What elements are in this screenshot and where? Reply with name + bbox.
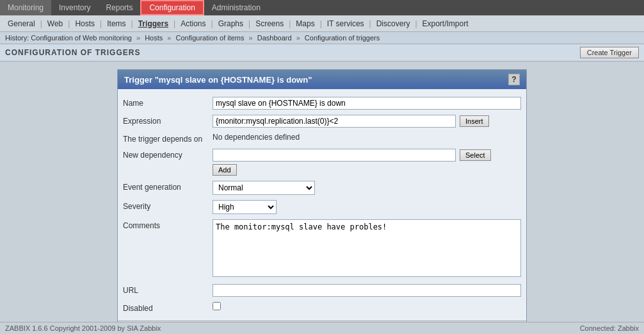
- name-label: Name: [123, 97, 213, 108]
- comments-textarea[interactable]: The monitor:mysql slave have probles!: [213, 219, 521, 277]
- new-dependency-row: New dependency Select Add: [118, 146, 526, 178]
- nav-triggers[interactable]: Triggers: [133, 19, 173, 28]
- second-navigation: General | Web | Hosts | Items | Triggers…: [0, 15, 644, 32]
- nav-exportimport[interactable]: Export/Import: [417, 19, 474, 28]
- url-row: URL: [118, 281, 526, 299]
- nav-itservices[interactable]: IT services: [322, 19, 369, 28]
- page-header: CONFIGURATION OF TRIGGERS Create Trigger: [0, 44, 644, 62]
- severity-row: Severity Not classified Information Warn…: [118, 197, 526, 217]
- breadcrumb-part5: Configuration of triggers: [305, 34, 380, 42]
- nav-web[interactable]: Web: [42, 19, 68, 28]
- expression-field: Insert: [213, 115, 521, 128]
- depends-on-value: No dependencies defined: [213, 131, 300, 142]
- new-dependency-input[interactable]: [213, 149, 456, 162]
- nav-hosts[interactable]: Hosts: [70, 19, 100, 28]
- new-dependency-label: New dependency: [123, 149, 213, 160]
- new-dependency-field: Select Add: [213, 149, 521, 176]
- nav-general[interactable]: General: [3, 19, 40, 28]
- expression-row: Expression Insert: [118, 112, 526, 130]
- nav-administration[interactable]: Administration: [204, 0, 268, 15]
- name-row: Name: [118, 94, 526, 112]
- depends-on-field: No dependencies defined: [213, 133, 521, 142]
- url-input[interactable]: [213, 284, 521, 297]
- form-header: Trigger "mysql slave on {HOSTNAME} is do…: [118, 70, 526, 89]
- page-title: CONFIGURATION OF TRIGGERS: [5, 48, 140, 57]
- nav-actions[interactable]: Actions: [175, 19, 211, 28]
- main-content: Trigger "mysql slave on {HOSTNAME} is do…: [0, 62, 644, 334]
- trigger-form: Trigger "mysql slave on {HOSTNAME} is do…: [117, 69, 527, 334]
- insert-button[interactable]: Insert: [460, 115, 489, 127]
- breadcrumb-label: History:: [5, 34, 29, 42]
- comments-row: Comments The monitor:mysql slave have pr…: [118, 217, 526, 281]
- nav-inventory[interactable]: Inventory: [51, 0, 98, 15]
- bottom-bar: ZABBIX 1.6.6 Copyright 2001-2009 by SIA …: [0, 322, 644, 334]
- breadcrumb-part4[interactable]: Dashboard: [257, 34, 292, 42]
- nav-reports[interactable]: Reports: [98, 0, 140, 15]
- expression-label: Expression: [123, 115, 213, 126]
- severity-label: Severity: [123, 200, 213, 211]
- url-field: [213, 284, 521, 297]
- connected-text: Connected: Zabbix: [580, 324, 639, 332]
- severity-select[interactable]: Not classified Information Warning Avera…: [213, 200, 277, 214]
- nav-configuration[interactable]: Configuration: [140, 0, 204, 15]
- nav-items[interactable]: Items: [102, 19, 131, 28]
- breadcrumb-part2[interactable]: Hosts: [145, 34, 163, 42]
- nav-discovery[interactable]: Discovery: [371, 19, 415, 28]
- add-button[interactable]: Add: [213, 164, 237, 176]
- disabled-row: Disabled: [118, 299, 526, 315]
- event-generation-row: Event generation Normal Multiple PROBLEM…: [118, 178, 526, 197]
- name-field: [213, 97, 521, 110]
- disabled-checkbox[interactable]: [213, 302, 221, 310]
- disabled-field: [213, 302, 521, 312]
- name-input[interactable]: [213, 97, 521, 110]
- comments-field: The monitor:mysql slave have probles!: [213, 219, 521, 279]
- expression-input[interactable]: [213, 115, 456, 128]
- nav-graphs[interactable]: Graphs: [213, 19, 248, 28]
- comments-label: Comments: [123, 219, 213, 230]
- form-body: Name Expression Insert The trigger depen…: [118, 89, 526, 321]
- top-navigation: Monitoring Inventory Reports Configurati…: [0, 0, 644, 15]
- breadcrumb-part3[interactable]: Configuration of items: [176, 34, 245, 42]
- create-trigger-button[interactable]: Create Trigger: [580, 47, 639, 58]
- depends-on-row: The trigger depends on No dependencies d…: [118, 130, 526, 146]
- nav-maps[interactable]: Maps: [291, 19, 319, 28]
- form-title: Trigger "mysql slave on {HOSTNAME} is do…: [124, 75, 312, 85]
- select-button[interactable]: Select: [460, 149, 491, 161]
- event-generation-field: Normal Multiple PROBLEM events Normal wi…: [213, 181, 521, 195]
- disabled-label: Disabled: [123, 302, 213, 313]
- url-label: URL: [123, 284, 213, 295]
- depends-on-label: The trigger depends on: [123, 133, 213, 144]
- breadcrumb: History: Configuration of Web monitoring…: [0, 32, 644, 44]
- help-button[interactable]: ?: [508, 74, 520, 85]
- event-generation-label: Event generation: [123, 181, 213, 192]
- nav-monitoring[interactable]: Monitoring: [0, 0, 51, 15]
- breadcrumb-part1[interactable]: Configuration of Web monitoring: [31, 34, 132, 42]
- severity-field: Not classified Information Warning Avera…: [213, 200, 521, 214]
- nav-screens[interactable]: Screens: [250, 19, 289, 28]
- event-generation-select[interactable]: Normal Multiple PROBLEM events Normal wi…: [213, 181, 315, 195]
- copyright-text: ZABBIX 1.6.6 Copyright 2001-2009 by SIA …: [5, 324, 161, 332]
